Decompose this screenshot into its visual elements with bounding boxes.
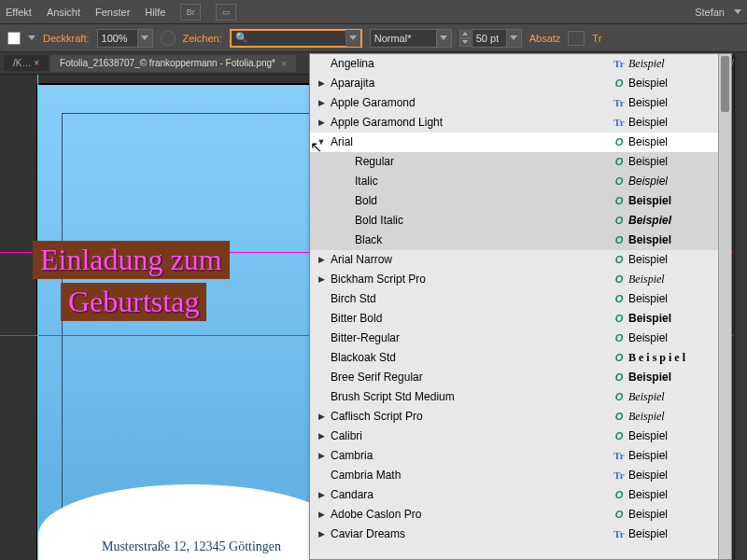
- opentype-icon: O: [610, 175, 628, 187]
- fill-swatch[interactable]: [7, 32, 21, 45]
- font-option[interactable]: Brush Script Std MediumOBeispiel: [310, 387, 731, 407]
- font-name-label: Italic: [329, 175, 610, 188]
- menu-hilfe[interactable]: Hilfe: [145, 7, 165, 18]
- scrollbar[interactable]: [718, 54, 731, 559]
- font-option[interactable]: Blackoak StdOBeispiel: [310, 348, 731, 368]
- menu-effekt[interactable]: Effekt: [6, 7, 32, 18]
- font-option[interactable]: Bold ItalicOBeispiel: [310, 211, 731, 231]
- font-option[interactable]: ▼ArialOBeispiel: [310, 133, 731, 152]
- scrollbar-thumb[interactable]: [721, 56, 729, 112]
- font-option[interactable]: AngelinaTrBeispiel: [310, 54, 731, 74]
- font-name-label: Bold: [329, 194, 610, 207]
- font-option[interactable]: ▶Caviar DreamsTrBeispiel: [310, 525, 731, 544]
- font-sample: Beispiel: [628, 469, 731, 482]
- bridge-icon[interactable]: Br: [180, 4, 201, 21]
- expand-arrow-icon: ▶: [314, 118, 329, 127]
- font-option[interactable]: Cambria MathTrBeispiel: [310, 466, 731, 485]
- user-menu[interactable]: Stefan: [695, 7, 725, 18]
- font-style-input[interactable]: [371, 33, 436, 44]
- font-option[interactable]: ▶Adobe Caslon ProOBeispiel: [310, 505, 731, 525]
- font-name-label: Candara: [329, 488, 610, 501]
- headline-text[interactable]: Einladung zum Geburtstag: [33, 241, 230, 325]
- paragraph-label[interactable]: Absatz: [529, 33, 561, 44]
- expand-arrow-icon: ▶: [314, 510, 329, 519]
- expand-arrow-icon: ▶: [314, 490, 329, 499]
- font-option[interactable]: ▶AparajitaOBeispiel: [310, 74, 731, 93]
- font-search-input[interactable]: [252, 33, 345, 44]
- font-option[interactable]: Bitter BoldOBeispiel: [310, 309, 731, 329]
- font-sample: Beispiel: [628, 214, 731, 227]
- font-option[interactable]: ▶Arial NarrowOBeispiel: [310, 250, 731, 270]
- expand-arrow-icon: ▶: [314, 529, 329, 539]
- close-icon[interactable]: ×: [281, 58, 287, 69]
- opacity-dropdown-button[interactable]: [137, 30, 152, 47]
- opentype-icon: O: [610, 156, 628, 167]
- font-name-label: Arial: [329, 135, 610, 148]
- font-option[interactable]: ▶CalibriOBeispiel: [310, 427, 731, 446]
- font-option[interactable]: RegularOBeispiel: [310, 152, 731, 172]
- expand-arrow-icon: ▶: [314, 431, 329, 441]
- font-name-label: Bitter Bold: [329, 312, 610, 325]
- font-sample: Beispiel: [628, 351, 731, 365]
- expand-arrow-icon: ▼: [314, 137, 329, 147]
- font-option[interactable]: BoldOBeispiel: [310, 191, 731, 211]
- font-sample: Beispiel: [628, 312, 731, 325]
- opentype-icon: O: [610, 77, 628, 89]
- font-dropdown-list[interactable]: AngelinaTrBeispiel▶AparajitaOBeispiel▶Ap…: [309, 53, 732, 560]
- truetype-icon: Tr: [610, 450, 628, 461]
- font-name-label: Aparajita: [329, 77, 610, 90]
- tab-doc1[interactable]: /K… ×: [4, 55, 49, 71]
- font-family-combo[interactable]: 🔍: [230, 29, 362, 48]
- font-option[interactable]: Bitter-RegularOBeispiel: [310, 329, 731, 348]
- control-bar: Deckkraft: Zeichen: 🔍 Absatz Tr: [0, 24, 747, 52]
- font-size-input[interactable]: [472, 33, 506, 44]
- truetype-icon: Tr: [610, 469, 628, 481]
- font-sample: Beispiel: [628, 527, 731, 540]
- font-name-label: Bree Serif Regular: [329, 371, 610, 384]
- opacity-input[interactable]: [98, 33, 137, 44]
- truetype-icon: Tr: [610, 97, 628, 108]
- font-option[interactable]: ▶Caflisch Script ProOBeispiel: [310, 407, 731, 427]
- font-option[interactable]: BlackOBeispiel: [310, 231, 731, 250]
- font-name-label: Apple Garamond: [329, 96, 610, 109]
- target-icon[interactable]: [161, 31, 176, 46]
- font-sample: Beispiel: [628, 292, 731, 305]
- font-sample: Beispiel: [628, 429, 731, 442]
- panel-icon[interactable]: [568, 31, 585, 46]
- font-sample: Beispiel: [628, 155, 731, 168]
- font-option[interactable]: Bree Serif RegularOBeispiel: [310, 368, 731, 387]
- font-name-label: Black: [329, 233, 610, 246]
- arrange-icon[interactable]: ▭: [216, 4, 236, 21]
- font-sample: Beispiel: [628, 135, 731, 148]
- opentype-icon: O: [610, 195, 628, 206]
- font-name-label: Blackoak Std: [329, 351, 610, 364]
- opacity-label: Deckkraft:: [43, 33, 90, 44]
- address-text: Musterstraße 12, 12345 Göttingen: [38, 539, 345, 554]
- font-option[interactable]: ▶CandaraOBeispiel: [310, 485, 731, 505]
- font-option[interactable]: ▶Bickham Script ProOBeispiel: [310, 270, 731, 289]
- font-style-combo[interactable]: [370, 29, 452, 48]
- font-option[interactable]: ▶Apple GaramondTrBeispiel: [310, 93, 731, 113]
- font-name-label: Calibri: [329, 429, 610, 442]
- opentype-icon: O: [610, 371, 628, 383]
- font-sample: Beispiel: [628, 410, 731, 424]
- right-panel-edge: [734, 52, 747, 560]
- truetype-icon: Tr: [610, 117, 628, 128]
- style-dropdown-button[interactable]: [436, 30, 451, 47]
- font-option[interactable]: ItalicOBeispiel: [310, 172, 731, 191]
- tab-doc2[interactable]: Fotolia_21638707_© frankoppermann - Foto…: [50, 55, 296, 72]
- font-name-label: Arial Narrow: [329, 253, 610, 266]
- font-sample: Beispiel: [628, 194, 731, 207]
- opacity-combo[interactable]: [97, 29, 153, 48]
- font-dropdown-button[interactable]: [345, 30, 360, 47]
- font-name-label: Regular: [329, 155, 610, 168]
- chevron-down-icon[interactable]: [28, 35, 35, 40]
- font-size-stepper[interactable]: [459, 29, 522, 48]
- font-option[interactable]: ▶CambriaTrBeispiel: [310, 446, 731, 466]
- font-option[interactable]: Birch StdOBeispiel: [310, 289, 731, 309]
- font-name-label: Apple Garamond Light: [329, 116, 610, 129]
- menu-fenster[interactable]: Fenster: [95, 7, 130, 18]
- transform-label[interactable]: Tr: [592, 33, 601, 44]
- font-option[interactable]: ▶Apple Garamond LightTrBeispiel: [310, 113, 731, 133]
- menu-ansicht[interactable]: Ansicht: [47, 7, 80, 18]
